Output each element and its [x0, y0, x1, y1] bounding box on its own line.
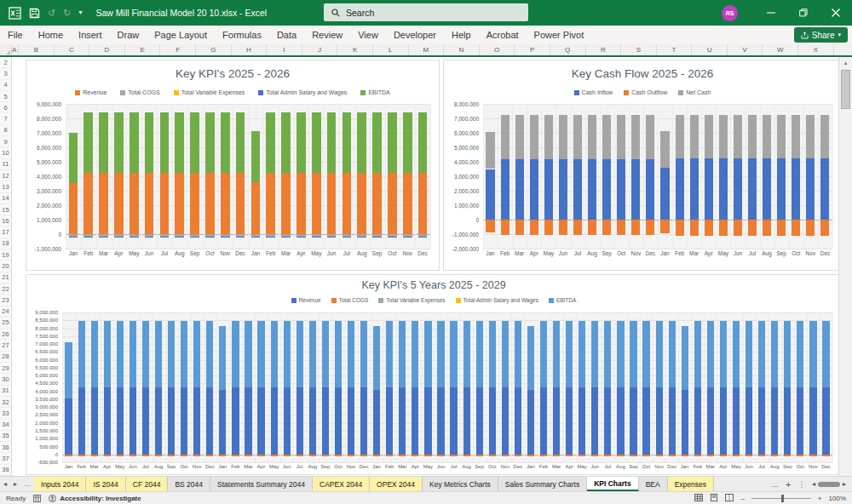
row-header-31[interactable]: 31 — [0, 386, 11, 397]
horizontal-scrollbar[interactable]: ◂ ▸ — [812, 480, 846, 488]
hscroll-right-icon[interactable]: ▸ — [843, 480, 846, 488]
sheet-tab-bs-2044[interactable]: BS 2044 — [168, 477, 210, 491]
sheet-nav-more-icon[interactable]: … — [20, 477, 34, 491]
row-header-16[interactable]: 16 — [0, 215, 11, 226]
zoom-out-button[interactable]: – — [740, 495, 744, 502]
ribbon-tab-data[interactable]: Data — [269, 26, 304, 44]
column-header-n[interactable]: N — [444, 44, 480, 55]
sheet-nav-right-icon[interactable]: ▸ — [10, 477, 20, 491]
column-header-h[interactable]: H — [232, 44, 268, 55]
row-header-27[interactable]: 27 — [0, 340, 11, 351]
row-header-28[interactable]: 28 — [0, 352, 11, 363]
column-header-s[interactable]: S — [621, 44, 657, 55]
row-header-7[interactable]: 7 — [0, 113, 11, 124]
column-header-j[interactable]: J — [302, 44, 338, 55]
sheet-tab-sales-summary-charts[interactable]: Sales Summary Charts — [498, 477, 587, 491]
row-header-30[interactable]: 30 — [0, 374, 11, 385]
row-header-36[interactable]: 36 — [0, 442, 11, 453]
zoom-slider[interactable] — [751, 498, 811, 499]
column-header-p[interactable]: P — [515, 44, 550, 55]
ribbon-tab-developer[interactable]: Developer — [386, 26, 444, 44]
page-layout-view-icon[interactable] — [710, 494, 718, 503]
qat-customize-icon[interactable]: ▾ — [78, 9, 82, 16]
vertical-scroll-thumb[interactable] — [841, 70, 850, 109]
column-header-d[interactable]: D — [89, 44, 125, 55]
undo-icon[interactable]: ↺ — [48, 9, 55, 18]
sheet-tab-kpi-charts[interactable]: KPI Charts — [587, 477, 638, 491]
row-header-18[interactable]: 18 — [0, 238, 11, 249]
column-header-f[interactable]: F — [160, 44, 196, 55]
row-header-4[interactable]: 4 — [0, 80, 11, 91]
sheet-tab-key-metrics-charts[interactable]: Key Metrics Charts — [423, 477, 498, 491]
ribbon-tab-draw[interactable]: Draw — [110, 26, 147, 44]
row-header-23[interactable]: 23 — [0, 295, 11, 306]
column-header-k[interactable]: K — [337, 44, 373, 55]
redo-icon[interactable]: ↻ — [63, 9, 71, 18]
row-header-24[interactable]: 24 — [0, 306, 11, 318]
ribbon-tab-page-layout[interactable]: Page Layout — [147, 26, 215, 44]
ribbon-tab-power-pivot[interactable]: Power Pivot — [527, 26, 592, 44]
column-header-w[interactable]: W — [763, 44, 798, 55]
sheet-tab-expenses[interactable]: Expenses — [668, 477, 714, 491]
column-header-i[interactable]: I — [267, 44, 302, 55]
tabstrip-splitter-icon[interactable]: ⋮ — [797, 480, 805, 489]
sheet-tab-statements-summary-2044[interactable]: Statements Summary 2044 — [210, 477, 313, 491]
chart-key-kpi-s-2025-2026[interactable]: Key KPI's 2025 - 2026RevenueTotal COGSTo… — [26, 60, 440, 271]
column-header-l[interactable]: L — [373, 44, 409, 55]
column-header-u[interactable]: U — [692, 44, 728, 55]
row-header-6[interactable]: 6 — [0, 102, 11, 113]
sheet-tab-cf-2044[interactable]: CF 2044 — [126, 477, 169, 491]
macro-record-icon[interactable] — [33, 495, 41, 502]
row-header-19[interactable]: 19 — [0, 249, 11, 261]
sheet-nav-left-icon[interactable]: ◂ — [0, 477, 10, 491]
row-header-34[interactable]: 34 — [0, 420, 11, 431]
row-header-33[interactable]: 33 — [0, 408, 11, 419]
row-header-32[interactable]: 32 — [0, 397, 11, 408]
sheet-tab-opex-2044[interactable]: OPEX 2044 — [370, 477, 423, 491]
column-header-r[interactable]: R — [586, 44, 622, 55]
ribbon-tab-help[interactable]: Help — [444, 26, 479, 44]
page-break-view-icon[interactable] — [725, 494, 734, 503]
row-header-3[interactable]: 3 — [0, 68, 11, 79]
row-header-37[interactable]: 37 — [0, 453, 11, 464]
avatar[interactable]: RS — [722, 5, 738, 21]
row-header-15[interactable]: 15 — [0, 204, 11, 215]
zoom-level[interactable]: 100% — [829, 495, 846, 502]
row-header-26[interactable]: 26 — [0, 329, 11, 340]
sheet-tab-inputs-2044[interactable]: Inputs 2044 — [34, 477, 86, 491]
row-header-22[interactable]: 22 — [0, 284, 11, 295]
ribbon-tab-acrobat[interactable]: Acrobat — [479, 26, 527, 44]
row-header-13[interactable]: 13 — [0, 181, 11, 192]
row-header-9[interactable]: 9 — [0, 136, 11, 147]
column-header-c[interactable]: C — [55, 44, 90, 55]
row-header-10[interactable]: 10 — [0, 147, 11, 158]
horizontal-scroll-thumb[interactable] — [818, 482, 840, 487]
column-header-b[interactable]: B — [19, 44, 55, 55]
column-header-x[interactable]: X — [798, 44, 834, 55]
ribbon-tab-file[interactable]: File — [0, 26, 31, 44]
search-input[interactable]: Search — [324, 3, 528, 21]
sheet-tab-capex-2044[interactable]: CAPEX 2044 — [313, 477, 370, 491]
ribbon-tab-insert[interactable]: Insert — [71, 26, 110, 44]
scroll-up-icon[interactable]: ▴ — [839, 57, 852, 68]
row-header-2[interactable]: 2 — [0, 57, 11, 68]
column-header-t[interactable]: T — [657, 44, 693, 55]
restore-button[interactable] — [787, 0, 820, 26]
row-header-14[interactable]: 14 — [0, 193, 11, 204]
ribbon-tab-view[interactable]: View — [350, 26, 386, 44]
accessibility-status[interactable]: Accessibility: Investigate — [49, 495, 141, 502]
row-header-8[interactable]: 8 — [0, 125, 11, 136]
vertical-scrollbar[interactable]: ▴ — [838, 57, 852, 476]
column-header-q[interactable]: Q — [550, 44, 586, 55]
row-header-29[interactable]: 29 — [0, 363, 11, 374]
ribbon-tab-review[interactable]: Review — [304, 26, 350, 44]
sheet-tab-bea[interactable]: BEA — [639, 477, 668, 491]
add-sheet-button[interactable]: + — [786, 479, 791, 490]
column-header-e[interactable]: E — [125, 44, 161, 55]
select-all-corner[interactable] — [0, 44, 12, 55]
ribbon-tab-formulas[interactable]: Formulas — [215, 26, 269, 44]
chart-key-kpi-s-5-years-2025-2029[interactable]: Key KPI's 5 Years 2025 - 2029RevenueTota… — [26, 274, 838, 475]
share-button[interactable]: Share ▾ — [794, 27, 848, 43]
zoom-slider-thumb[interactable] — [781, 495, 784, 502]
normal-view-icon[interactable] — [694, 494, 703, 503]
